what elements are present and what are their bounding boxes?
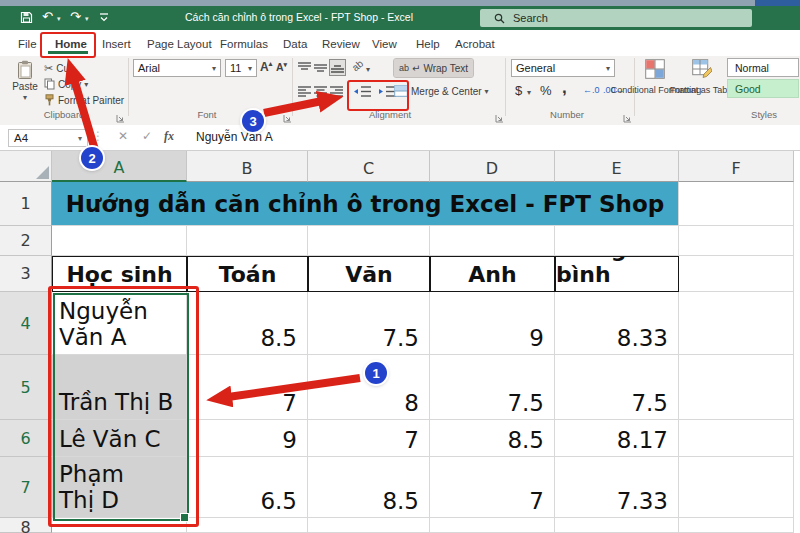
tab-data[interactable]: Data [283, 38, 307, 50]
cell-banner-A1[interactable]: Hướng dẫn căn chỉnh ô trong Excel - FPT … [52, 182, 679, 226]
align-left-icon[interactable] [298, 85, 311, 98]
align-center-icon[interactable] [314, 85, 327, 98]
tab-review[interactable]: Review [322, 38, 360, 50]
paste-button[interactable]: Paste ▾ [8, 60, 42, 102]
align-bottom-icon[interactable] [330, 60, 345, 75]
formula-bar-value[interactable]: Nguyễn Văn A [196, 130, 273, 144]
conditional-formatting-icon[interactable] [645, 59, 665, 79]
undo-icon[interactable]: ↶ [42, 10, 53, 23]
redo-caret-icon[interactable]: ▾ [85, 15, 89, 23]
redo-icon[interactable]: ↷ [70, 10, 81, 23]
cell-B8[interactable] [187, 518, 308, 533]
align-right-icon[interactable] [330, 85, 343, 98]
number-format-combo[interactable]: General ▾ [511, 59, 615, 77]
cell-E8[interactable] [555, 518, 679, 533]
tab-formulas[interactable]: Formulas [220, 38, 268, 50]
tab-page-layout[interactable]: Page Layout [147, 38, 212, 50]
selection-fill-handle[interactable] [180, 513, 189, 522]
cell-E2[interactable] [555, 226, 679, 256]
cell-B4[interactable]: 8.5 [187, 292, 308, 355]
cell-D3[interactable]: Anh [430, 256, 555, 292]
undo-caret-icon[interactable]: ▾ [57, 15, 61, 23]
font-size-combo[interactable]: 11 ▾ [225, 59, 257, 77]
cell-F3[interactable] [679, 256, 794, 292]
cell-A8[interactable] [52, 518, 187, 533]
row-header-4[interactable]: 4 [0, 292, 52, 355]
cell-F6[interactable] [679, 420, 794, 457]
cell-F7[interactable] [679, 457, 794, 518]
row-header-3[interactable]: 3 [0, 256, 52, 292]
column-header-B[interactable]: B [187, 151, 308, 182]
orientation-icon[interactable]: ab [350, 58, 366, 74]
column-header-E[interactable]: E [555, 151, 679, 182]
wrap-text-button[interactable]: ab ↵ Wrap Text [394, 59, 473, 77]
tab-insert[interactable]: Insert [102, 38, 131, 50]
column-header-D[interactable]: D [430, 151, 555, 182]
row-header-5[interactable]: 5 [0, 355, 52, 420]
percent-style-button[interactable]: % [540, 83, 552, 98]
cell-E5[interactable]: 7.5 [555, 355, 679, 420]
tab-acrobat[interactable]: Acrobat [455, 38, 495, 50]
row-header-6[interactable]: 6 [0, 420, 52, 457]
cell-A7[interactable]: Phạm Thị D [52, 457, 187, 518]
align-middle-icon[interactable] [314, 61, 327, 74]
accounting-format-button[interactable]: $ [515, 83, 522, 98]
cancel-icon[interactable]: ✕ [118, 129, 128, 143]
cut-button[interactable]: ✂ Cut [44, 62, 72, 75]
cell-C2[interactable] [308, 226, 430, 256]
cell-D5[interactable]: 7.5 [430, 355, 555, 420]
tab-file[interactable]: File [18, 38, 37, 50]
tab-home[interactable]: Home [55, 38, 87, 50]
row-header-2[interactable]: 2 [0, 226, 52, 256]
tab-help[interactable]: Help [416, 38, 440, 50]
name-box[interactable]: A4 ▾ [8, 129, 88, 147]
cell-D4[interactable]: 9 [430, 292, 555, 355]
cell-B7[interactable]: 6.5 [187, 457, 308, 518]
decrease-indent-icon[interactable] [353, 85, 371, 98]
cell-F8[interactable] [679, 518, 794, 533]
copy-button[interactable]: Copy ▾ [44, 78, 88, 90]
cell-C8[interactable] [308, 518, 430, 533]
cell-D6[interactable]: 8.5 [430, 420, 555, 457]
cell-E4[interactable]: 8.33 [555, 292, 679, 355]
select-all-button[interactable] [0, 151, 52, 182]
comma-style-button[interactable]: , [562, 78, 567, 98]
format-as-table-button[interactable]: Format as Table [670, 85, 734, 95]
merge-center-button[interactable]: Merge & Center ▾ [394, 85, 489, 97]
cell-A5[interactable]: Trần Thị B [52, 355, 187, 420]
orientation-caret-icon[interactable]: ▾ [366, 65, 370, 74]
cell-F2[interactable] [679, 226, 794, 256]
cell-B6[interactable]: 9 [187, 420, 308, 457]
row-header-1[interactable]: 1 [0, 182, 52, 226]
row-header-7[interactable]: 7 [0, 457, 52, 518]
align-top-icon[interactable] [298, 61, 311, 74]
increase-decimal-icon[interactable]: ←.0 [583, 85, 600, 95]
format-as-table-icon[interactable] [692, 59, 712, 79]
cell-B3[interactable]: Toán [187, 256, 308, 292]
cell-C6[interactable]: 7 [308, 420, 430, 457]
cell-E3[interactable]: Trung bình [555, 256, 679, 292]
cell-F4[interactable] [679, 292, 794, 355]
cell-D2[interactable] [430, 226, 555, 256]
cell-A2[interactable] [52, 226, 187, 256]
cell-D8[interactable] [430, 518, 555, 533]
cell-C3[interactable]: Văn [308, 256, 430, 292]
row-header-8[interactable]: 8 [0, 518, 52, 533]
cell-E7[interactable]: 7.33 [555, 457, 679, 518]
accounting-caret-icon[interactable]: ▾ [527, 88, 531, 97]
increase-font-size-button[interactable]: A▴ [260, 60, 272, 74]
enter-icon[interactable]: ✓ [142, 129, 152, 143]
cell-C7[interactable]: 8.5 [308, 457, 430, 518]
style-good[interactable]: Good [727, 79, 799, 98]
cell-B2[interactable] [187, 226, 308, 256]
cell-D7[interactable]: 7 [430, 457, 555, 518]
save-icon[interactable] [20, 11, 33, 26]
cell-A4-active[interactable]: Nguyễn Văn A [52, 292, 187, 355]
cell-E6[interactable]: 8.17 [555, 420, 679, 457]
column-header-C[interactable]: C [308, 151, 430, 182]
customize-qat-icon[interactable] [99, 12, 109, 25]
format-painter-button[interactable]: Format Painter [44, 94, 124, 106]
tab-view[interactable]: View [372, 38, 397, 50]
decrease-font-size-button[interactable]: A▾ [276, 61, 287, 73]
column-header-F[interactable]: F [679, 151, 794, 182]
